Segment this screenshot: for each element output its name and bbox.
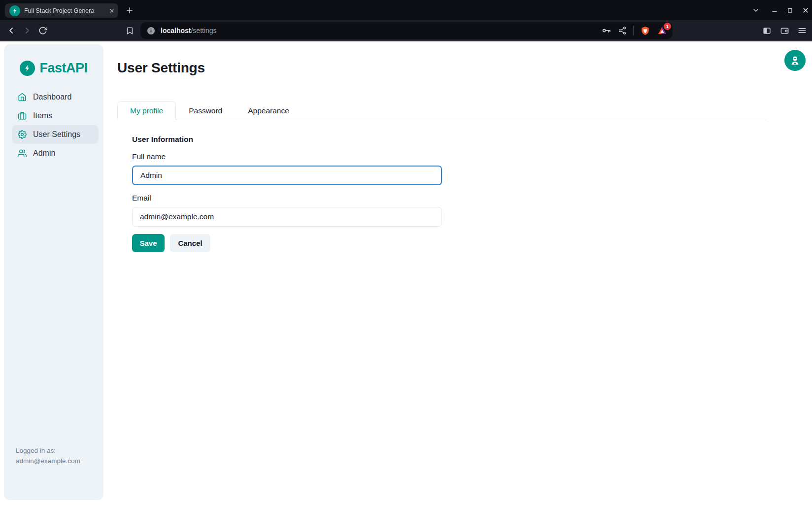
sidebar-item-label: Items [33,111,52,120]
site-info-icon[interactable] [146,26,156,35]
email-input[interactable] [132,207,442,227]
fastapi-favicon-icon [9,5,20,16]
forward-button[interactable] [19,22,35,39]
save-button[interactable]: Save [132,234,165,252]
tab-my-profile[interactable]: My profile [117,101,176,120]
reload-button[interactable] [34,22,51,39]
tab-appearance[interactable]: Appearance [235,101,302,120]
sidebar: FastAPI Dashboard Items User Settings [4,44,103,500]
rewards-badge: 1 [664,23,671,30]
browser-tab[interactable]: Full Stack Project Genera [5,3,118,18]
full-name-label: Full name [132,152,166,161]
gear-icon [18,130,27,139]
fastapi-logo-text: FastAPI [39,61,87,76]
brave-rewards-icon[interactable]: 1 [657,25,668,36]
sidebar-item-items[interactable]: Items [12,106,99,125]
sidebar-item-label: User Settings [33,130,80,139]
sidebar-nav: Dashboard Items User Settings Admin [12,88,99,163]
bookmark-icon[interactable] [121,22,138,39]
full-name-input[interactable] [132,166,442,185]
home-icon [18,93,27,101]
window-minimize-button[interactable] [768,4,781,17]
page-title: User Settings [117,60,205,76]
tab-close-icon[interactable] [108,7,115,14]
menu-hamburger-icon[interactable] [794,23,810,38]
window-close-button[interactable] [799,4,812,17]
window-maximize-button[interactable] [783,4,796,17]
new-tab-button[interactable] [123,4,136,17]
user-menu-button[interactable] [784,50,806,71]
tab-title: Full Stack Project Genera [24,7,106,14]
url-path: /settings [191,27,216,34]
password-key-icon[interactable] [602,26,611,35]
sidebar-item-user-settings[interactable]: User Settings [12,125,99,144]
tab-search-chevron-icon[interactable] [749,4,762,17]
email-label: Email [132,194,151,202]
share-icon[interactable] [618,26,627,35]
logged-in-email: admin@example.com [16,456,80,467]
sidebar-item-label: Admin [33,149,55,158]
briefcase-icon [18,111,27,120]
sidebar-item-dashboard[interactable]: Dashboard [12,88,99,106]
browser-toolbar: localhost /settings 1 [0,20,812,41]
logged-in-footer: Logged in as: admin@example.com [16,446,80,467]
back-button[interactable] [3,22,20,39]
users-icon [18,149,27,158]
brave-shield-icon[interactable] [640,26,650,36]
sidebar-panel-icon[interactable] [759,23,775,38]
tab-password[interactable]: Password [176,101,235,120]
section-heading: User Information [132,135,193,144]
address-bar[interactable]: localhost /settings 1 [140,22,673,39]
browser-tab-bar: Full Stack Project Genera [0,0,812,20]
settings-tabs: My profile Password Appearance [117,101,767,120]
fastapi-logo: FastAPI [4,61,103,76]
toolbar-divider [633,26,634,35]
logged-in-label: Logged in as: [16,446,80,456]
app-page: FastAPI Dashboard Items User Settings [0,41,812,505]
cancel-button[interactable]: Cancel [170,234,210,252]
user-astronaut-icon [789,55,801,66]
fastapi-logo-icon [20,61,35,76]
url-host: localhost [161,27,191,34]
sidebar-item-label: Dashboard [33,93,71,101]
wallet-icon[interactable] [777,23,792,38]
sidebar-item-admin[interactable]: Admin [12,144,99,163]
